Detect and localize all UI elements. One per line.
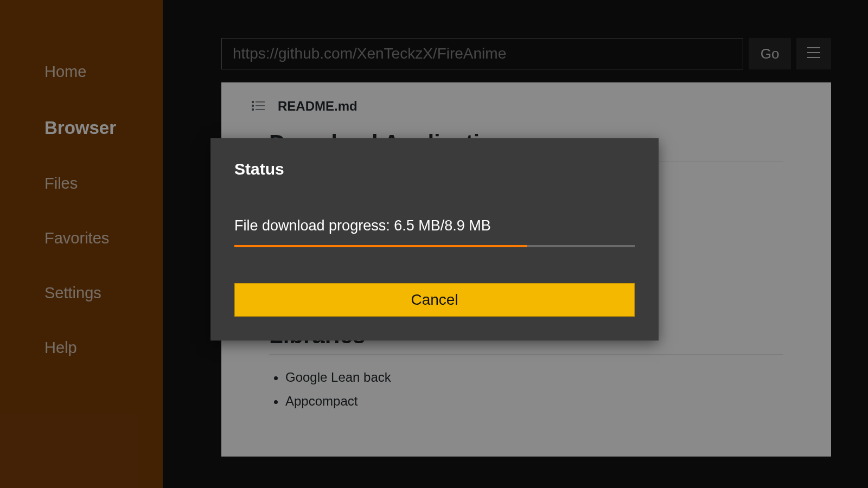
- progress-bar-fill: [234, 245, 527, 247]
- progress-bar: [234, 245, 635, 247]
- download-status-dialog: Status File download progress: 6.5 MB/8.…: [210, 138, 659, 341]
- cancel-button[interactable]: Cancel: [234, 283, 635, 317]
- download-progress-text: File download progress: 6.5 MB/8.9 MB: [234, 217, 635, 234]
- cancel-button-label: Cancel: [411, 291, 458, 309]
- dialog-title: Status: [234, 160, 635, 178]
